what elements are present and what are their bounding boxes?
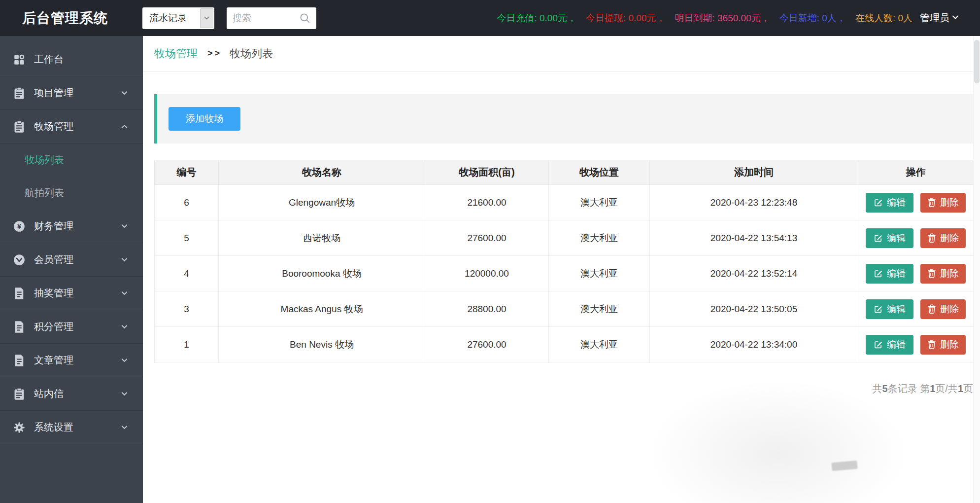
cell-ops: 编辑删除 xyxy=(858,327,974,362)
column-header-name: 牧场名称 xyxy=(219,160,425,185)
cell-id: 5 xyxy=(155,220,219,256)
document-icon xyxy=(12,287,26,300)
chevron-down-icon xyxy=(200,8,213,28)
sidebar-subitem-aerial-list[interactable]: 航拍列表 xyxy=(0,177,143,210)
chevron-down-icon xyxy=(121,424,128,431)
cell-id: 6 xyxy=(155,185,219,220)
cell-time: 2020-04-22 13:52:14 xyxy=(650,256,858,291)
sidebar-item-site-message[interactable]: 站内信 xyxy=(0,377,143,411)
breadcrumb-section[interactable]: 牧场管理 xyxy=(154,46,198,61)
edit-button[interactable]: 编辑 xyxy=(866,228,913,248)
search-box xyxy=(227,7,316,29)
column-header-time: 添加时间 xyxy=(650,160,858,185)
scrollbar-thumb[interactable] xyxy=(974,40,980,83)
chevron-up-icon xyxy=(121,123,128,130)
cell-name: Mackas Angus 牧场 xyxy=(219,291,425,327)
sidebar-item-farm[interactable]: 牧场管理 xyxy=(0,110,143,144)
search-icon[interactable] xyxy=(299,12,310,24)
delete-button[interactable]: 删除 xyxy=(920,193,966,213)
chevron-down-icon xyxy=(121,289,128,297)
cell-location: 澳大利亚 xyxy=(549,291,650,327)
record-type-select-value: 流水记录 xyxy=(142,12,200,25)
delete-button[interactable]: 删除 xyxy=(920,228,966,248)
sidebar-item-article[interactable]: 文章管理 xyxy=(0,344,143,377)
cell-area: 27600.00 xyxy=(425,220,549,256)
app-title: 后台管理系统 xyxy=(22,9,108,28)
cell-name: Booroomooka 牧场 xyxy=(219,256,425,291)
clipboard-icon xyxy=(12,388,26,400)
cell-ops: 编辑删除 xyxy=(858,291,974,327)
edit-button[interactable]: 编辑 xyxy=(866,264,913,284)
cell-area: 28800.00 xyxy=(425,291,549,327)
sidebar-item-project[interactable]: 项目管理 xyxy=(0,76,143,110)
delete-button[interactable]: 删除 xyxy=(920,299,966,319)
cell-location: 澳大利亚 xyxy=(549,185,650,220)
sidebar-item-label: 会员管理 xyxy=(34,253,73,266)
yen-circle-icon: ¥ xyxy=(12,220,26,233)
edit-button[interactable]: 编辑 xyxy=(866,335,913,355)
delete-button[interactable]: 删除 xyxy=(920,335,966,355)
search-input[interactable] xyxy=(233,13,299,24)
sidebar-item-label: 抽奖管理 xyxy=(34,287,73,300)
table-row: 5西诺牧场27600.00澳大利亚2020-04-22 13:54:13编辑删除 xyxy=(155,220,974,256)
svg-text:¥: ¥ xyxy=(17,222,21,230)
delete-button[interactable]: 删除 xyxy=(920,264,966,284)
column-header-location: 牧场位置 xyxy=(549,160,650,185)
cell-id: 4 xyxy=(155,256,219,291)
stat-online-count: 在线人数: 0人 xyxy=(855,12,912,25)
add-farm-button[interactable]: 添加牧场 xyxy=(169,107,240,131)
header-stats: 今日充值: 0.00元，今日提现: 0.00元，明日到期: 3650.00元，今… xyxy=(487,12,912,25)
cell-ops: 编辑删除 xyxy=(858,256,974,291)
cell-time: 2020-04-22 13:54:13 xyxy=(650,220,858,256)
sidebar-subitem-label: 牧场列表 xyxy=(25,153,64,167)
chevron-down-icon xyxy=(121,256,128,263)
sidebar-item-finance[interactable]: ¥财务管理 xyxy=(0,210,143,243)
cell-location: 澳大利亚 xyxy=(549,220,650,256)
cell-time: 2020-04-23 12:23:48 xyxy=(650,185,858,220)
scrollbar-track xyxy=(973,36,980,503)
stat-tomorrow-due: 明日到期: 3650.00元， xyxy=(675,12,770,25)
sidebar-subitem-farm-list[interactable]: 牧场列表 xyxy=(0,144,143,177)
breadcrumb: 牧场管理 >> 牧场列表 xyxy=(143,36,980,72)
pagination-summary: 共5条记录 第1页/共1页 xyxy=(143,382,973,395)
chevron-down-icon xyxy=(121,390,128,397)
sidebar-item-system-settings[interactable]: 系统设置 xyxy=(0,411,143,444)
record-type-select[interactable]: 流水记录 xyxy=(142,7,214,29)
table-row: 6Glengowan牧场21600.00澳大利亚2020-04-23 12:23… xyxy=(155,185,974,220)
sidebar-item-member[interactable]: 会员管理 xyxy=(0,243,143,277)
gear-icon xyxy=(12,421,26,434)
cell-id: 1 xyxy=(155,327,219,362)
sidebar-item-label: 牧场管理 xyxy=(34,120,73,133)
document-icon xyxy=(12,354,26,367)
admin-menu[interactable]: 管理员 xyxy=(920,11,959,25)
sidebar-item-label: 财务管理 xyxy=(34,219,73,233)
cell-location: 澳大利亚 xyxy=(549,327,650,362)
document-icon xyxy=(12,321,26,333)
table-row: 1Ben Nevis 牧场27600.00澳大利亚2020-04-22 13:3… xyxy=(155,327,974,362)
top-header: 后台管理系统 流水记录 今日充值: 0.00元，今日提现: 0.00元，明日到期… xyxy=(0,0,980,36)
cell-time: 2020-04-22 13:34:00 xyxy=(650,327,858,362)
cell-time: 2020-04-22 13:50:05 xyxy=(650,291,858,327)
chevron-down-icon xyxy=(121,357,128,364)
edit-button[interactable]: 编辑 xyxy=(866,299,913,319)
admin-label: 管理员 xyxy=(920,11,949,25)
chevron-down-icon xyxy=(121,222,128,230)
sidebar-item-label: 文章管理 xyxy=(34,354,73,367)
sidebar-item-workbench[interactable]: 工作台 xyxy=(0,43,143,76)
sidebar-item-lottery[interactable]: 抽奖管理 xyxy=(0,277,143,310)
cell-area: 21600.00 xyxy=(425,185,549,220)
sidebar-item-points[interactable]: 积分管理 xyxy=(0,310,143,344)
cell-ops: 编辑删除 xyxy=(858,220,974,256)
sidebar-subitem-label: 航拍列表 xyxy=(25,186,64,200)
sidebar: 工作台项目管理牧场管理牧场列表航拍列表¥财务管理会员管理抽奖管理积分管理文章管理… xyxy=(0,36,143,503)
stat-today-new: 今日新增: 0人， xyxy=(779,12,846,25)
edit-button[interactable]: 编辑 xyxy=(866,193,913,213)
watermark-smudge xyxy=(831,461,857,471)
sidebar-item-label: 项目管理 xyxy=(34,86,73,100)
cell-location: 澳大利亚 xyxy=(549,256,650,291)
member-circle-icon xyxy=(12,253,26,266)
table-row: 3Mackas Angus 牧场28800.00澳大利亚2020-04-22 1… xyxy=(155,291,974,327)
chevron-down-icon xyxy=(121,89,128,97)
sidebar-item-label: 系统设置 xyxy=(34,421,73,434)
stat-today-withdraw: 今日提现: 0.00元， xyxy=(586,12,666,25)
